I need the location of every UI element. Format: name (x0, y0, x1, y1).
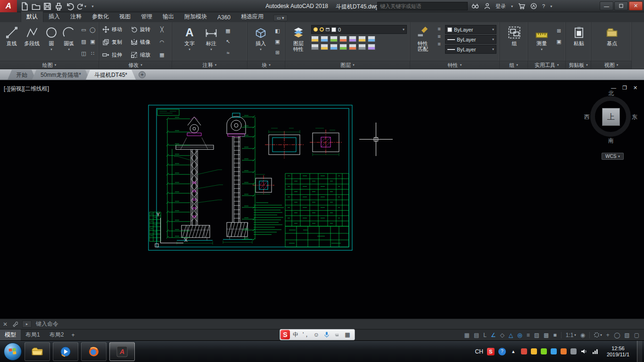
caret-down-icon[interactable]: ▾ (511, 4, 513, 8)
ime-keyboard-icon[interactable] (332, 330, 342, 339)
edit-block-icon[interactable]: ▣ (273, 38, 281, 46)
dynamic-ucs-icon[interactable]: ■ (553, 332, 556, 338)
command-customize-icon[interactable] (12, 321, 18, 327)
layer-tool-icon[interactable] (311, 44, 319, 50)
tab-home[interactable]: 默认 (21, 11, 43, 22)
hatch-icon[interactable]: ▨ (80, 38, 88, 46)
leader-icon[interactable]: ↖ (224, 38, 232, 46)
viewcube-south[interactable]: 南 (608, 137, 614, 145)
layer-tool-icon[interactable] (339, 44, 347, 50)
tab-output[interactable]: 输出 (157, 11, 179, 22)
copy-button[interactable]: 复制 (101, 39, 130, 46)
app-store-cart-icon[interactable] (518, 3, 525, 9)
trim-icon[interactable]: ╳ (158, 25, 166, 33)
new-layout-button[interactable]: + (68, 332, 77, 338)
a360-icon[interactable] (530, 3, 537, 9)
scale-button[interactable]: 缩放 (130, 51, 158, 58)
graphics-performance-icon[interactable]: ▧ (624, 332, 629, 338)
tray-icon[interactable] (570, 348, 577, 354)
quick-select-icon[interactable]: ⊞ (555, 27, 563, 35)
ime-mic-icon[interactable] (322, 330, 331, 339)
snap-toggle-icon[interactable]: ▤ (474, 332, 479, 338)
transparency-toggle-icon[interactable]: ▨ (534, 332, 539, 338)
ime-punctuation-icon[interactable]: ’， (301, 330, 311, 339)
region-icon[interactable]: ◫ (80, 49, 88, 58)
panel-block-label[interactable]: 块▾ (248, 61, 285, 69)
list-icon[interactable]: ≡ (435, 26, 443, 32)
match-properties-button[interactable]: 特性 匹配 (413, 24, 433, 61)
layer-tool-icon[interactable] (321, 44, 328, 50)
command-prompt[interactable]: 键入命令 (36, 320, 58, 328)
object-snap-tracking-icon[interactable]: △ (509, 332, 513, 338)
mirror-button[interactable]: 镜像 (130, 39, 158, 46)
layer-tool-icon[interactable] (368, 44, 375, 50)
boundary-icon[interactable]: ▣ (89, 38, 97, 46)
ime-emoji-icon[interactable]: ☺ (312, 330, 321, 339)
isodraft-icon[interactable]: ◇ (500, 332, 504, 338)
ortho-toggle-icon[interactable]: L (483, 332, 487, 338)
stretch-button[interactable]: 拉伸 (101, 51, 130, 58)
file-tab-doc2[interactable]: 斗提机DT45* (86, 70, 136, 80)
tab-manage[interactable]: 管理 (136, 11, 157, 22)
viewcube-west[interactable]: 西 (584, 113, 590, 121)
command-line[interactable]: ✕ ▸ 键入命令 (0, 319, 644, 329)
viewcube-north[interactable]: 北 (608, 90, 614, 98)
taskbar-media-player-button[interactable] (53, 342, 78, 361)
new-drawing-tab-button[interactable]: + (139, 71, 146, 78)
help-icon[interactable]: ? (542, 3, 545, 9)
panel-modify-label[interactable]: 修改▾ (99, 61, 172, 69)
array-icon[interactable]: ▦ (158, 51, 166, 59)
customize-qat-button[interactable]: ▾ (88, 1, 98, 11)
text-style-icon[interactable]: ≈ (224, 49, 232, 57)
measure-button[interactable]: 测量 ▾ (530, 24, 553, 61)
new-file-button[interactable] (20, 1, 30, 11)
layer-properties-button[interactable]: 图层 特性 (288, 24, 309, 61)
file-tab-start[interactable]: 开始 (8, 70, 36, 80)
layer-tool-icon[interactable] (339, 36, 347, 42)
layer-tool-icon[interactable] (368, 36, 375, 42)
autocad-logo-icon[interactable]: A (0, 0, 17, 12)
viewport-controls-label[interactable]: [-][俯视][二维线框] (4, 85, 49, 93)
create-block-icon[interactable]: ◧ (273, 27, 281, 35)
taskbar-browser-button[interactable] (81, 342, 107, 361)
command-close-icon[interactable]: ✕ (3, 321, 8, 328)
id-point-icon[interactable]: ▣ (555, 38, 563, 46)
command-history-button[interactable]: ▸ (22, 321, 32, 328)
search-binoculars-icon[interactable] (471, 3, 479, 9)
polyline-button[interactable]: 多段线 (21, 24, 43, 61)
viewcube-top-face[interactable]: 上 (602, 108, 620, 126)
panel-layers-label[interactable]: 图层▾ (285, 61, 410, 69)
viewcube-east[interactable]: 东 (632, 113, 637, 121)
layer-tool-icon[interactable] (321, 36, 328, 42)
ellipse-icon[interactable]: ◯ (89, 26, 97, 34)
tray-icon[interactable] (541, 348, 547, 354)
tray-icon[interactable] (531, 348, 537, 354)
workspace-switch-button[interactable]: ▾ (594, 332, 602, 337)
tab-insert[interactable]: 插入 (43, 11, 65, 22)
circle-button[interactable]: 圆 ▾ (43, 24, 59, 61)
grid-toggle-icon[interactable]: ▦ (464, 332, 470, 338)
open-file-button[interactable] (31, 1, 41, 11)
panel-view-label[interactable]: 视图▾ (591, 61, 631, 69)
ribbon-display-toggle[interactable]: ▭ ▾ (273, 15, 288, 21)
plot-button[interactable] (54, 1, 64, 11)
panel-groups-label[interactable]: 组▾ (500, 61, 528, 69)
drawing-restore-icon[interactable]: ❐ (622, 85, 627, 91)
list-icon[interactable]: ≡ (435, 33, 443, 39)
point-icon[interactable]: ∷ (89, 49, 97, 58)
taskbar-autocad-button[interactable]: A (109, 342, 135, 361)
dimension-button[interactable]: 标注 ▾ (200, 24, 222, 61)
layer-tool-icon[interactable] (330, 44, 338, 50)
layer-tool-icon[interactable] (358, 44, 366, 50)
panel-draw-label[interactable]: 绘图▾ (0, 61, 99, 69)
base-point-button[interactable]: 基点 (599, 24, 625, 61)
sogou-logo-icon[interactable]: S (281, 330, 290, 339)
layout-tab-layout2[interactable]: 布局2 (45, 329, 69, 340)
layer-tool-icon[interactable] (358, 36, 366, 42)
layout-tab-layout1[interactable]: 布局1 (21, 329, 45, 340)
lineweight-toggle-icon[interactable]: ≡ (527, 332, 530, 338)
drawing-close-icon[interactable]: ✕ (633, 85, 637, 91)
insert-button[interactable]: 插入 ▾ (250, 24, 272, 61)
tab-view[interactable]: 视图 (114, 11, 136, 22)
hidden-icons-arrow[interactable]: ▴ (510, 348, 517, 355)
